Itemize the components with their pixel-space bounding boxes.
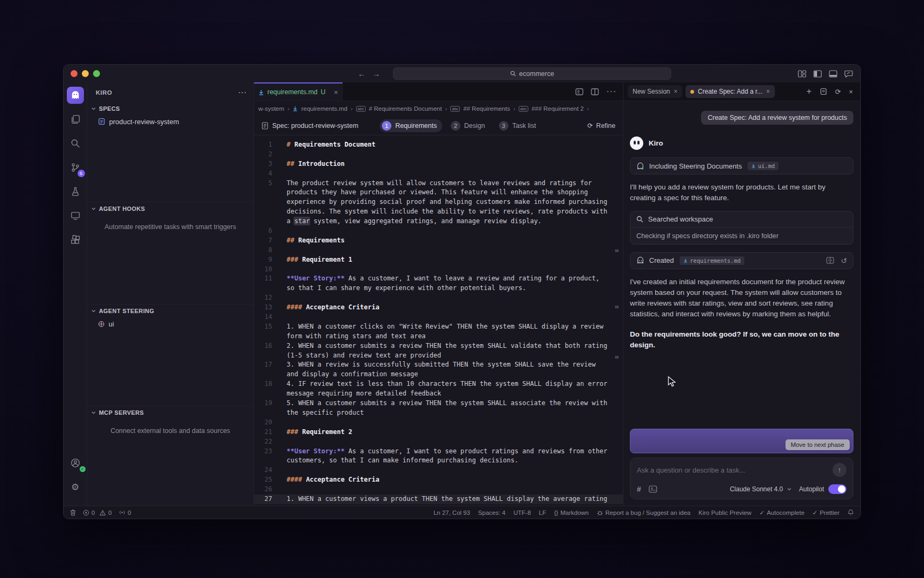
close-tab-icon[interactable]: ×: [334, 88, 338, 96]
kiro-preview-label[interactable]: Kiro Public Preview: [698, 509, 751, 516]
code-line[interactable]: 21### Requirement 2: [254, 428, 623, 437]
code-line[interactable]: 195. WHEN a customer submits a review TH…: [254, 399, 623, 408]
code-line[interactable]: 184. IF review text is less than 10 char…: [254, 379, 623, 389]
code-line[interactable]: so that I can share my experience with o…: [254, 284, 623, 293]
code-line[interactable]: 24: [254, 466, 623, 475]
code-line[interactable]: 11**User Story:** As a customer, I want …: [254, 274, 623, 284]
agent-hooks-section-header[interactable]: AGENT HOOKS: [87, 202, 253, 215]
code-line[interactable]: message requiring more detailed feedback: [254, 389, 623, 399]
remote-targets-icon[interactable]: [67, 207, 84, 224]
close-panel-icon[interactable]: ×: [849, 88, 853, 96]
code-line[interactable]: form with rating stars and text area: [254, 332, 623, 341]
breadcrumb-file[interactable]: requirements.md: [301, 105, 347, 112]
search-view-icon[interactable]: [67, 135, 84, 152]
code-line[interactable]: 6: [254, 226, 623, 236]
history-forward-button[interactable]: →: [372, 69, 380, 78]
tab-create-spec[interactable]: Create Spec: Add a r... ×: [686, 85, 775, 98]
code-line[interactable]: 9### Requirement 1: [254, 255, 623, 265]
trash-icon[interactable]: [70, 509, 76, 516]
agent-steering-section-header[interactable]: AGENT STEERING: [87, 305, 253, 317]
notifications-bell-icon[interactable]: [848, 509, 854, 516]
language-mode[interactable]: {} Markdown: [554, 509, 589, 516]
explorer-icon[interactable]: [67, 111, 84, 128]
indentation[interactable]: Spaces: 4: [478, 509, 505, 516]
agent-hooks-flask-icon[interactable]: [67, 183, 84, 200]
attach-image-icon[interactable]: [649, 485, 657, 493]
code-line[interactable]: 4: [254, 169, 623, 179]
code-line[interactable]: 12: [254, 293, 623, 303]
sidebar-item-ui[interactable]: ui: [87, 317, 253, 330]
breadcrumb-symbol[interactable]: ### Requirement 2: [532, 105, 584, 112]
code-line[interactable]: 1# Requirements Document: [254, 140, 623, 150]
source-control-icon[interactable]: 0 6: [67, 159, 84, 176]
code-line[interactable]: decisions. The system will include the a…: [254, 207, 623, 217]
code-line[interactable]: 3## Introduction: [254, 159, 623, 169]
code-line[interactable]: 13#### Acceptance Criteria: [254, 303, 623, 313]
close-tab-icon[interactable]: ×: [674, 88, 677, 95]
panel-bottom-icon[interactable]: [829, 70, 837, 78]
code-line[interactable]: 8: [254, 246, 623, 255]
code-line[interactable]: the specific product: [254, 408, 623, 418]
code-line[interactable]: 271. WHEN a customer views a product THE…: [254, 495, 623, 504]
specs-section-header[interactable]: SPECS: [87, 102, 253, 115]
code-line[interactable]: 20: [254, 418, 623, 428]
code-line[interactable]: 10: [254, 265, 623, 275]
eol-sequence[interactable]: LF: [539, 509, 546, 516]
extensions-icon[interactable]: [67, 231, 84, 248]
close-window-button[interactable]: [71, 70, 78, 77]
problems-indicator[interactable]: 0 0: [83, 509, 112, 516]
tab-new-session[interactable]: New Session ×: [628, 85, 682, 98]
prettier-status[interactable]: ✓ Prettier: [812, 509, 840, 516]
open-diff-icon[interactable]: [826, 257, 834, 264]
feedback-icon[interactable]: [844, 70, 853, 78]
breadcrumb-root[interactable]: w-system: [258, 105, 284, 112]
close-tab-icon[interactable]: ×: [766, 88, 770, 95]
minimize-window-button[interactable]: [82, 70, 89, 77]
created-file-card[interactable]: Created requirements.md ↺: [630, 252, 853, 269]
code-line[interactable]: experience by providing social proof and…: [254, 197, 623, 207]
created-file-badge[interactable]: requirements.md: [680, 256, 744, 265]
code-line[interactable]: 2: [254, 150, 623, 159]
breadcrumb-symbol[interactable]: ## Requirements: [463, 105, 510, 112]
code-line[interactable]: 26: [254, 485, 623, 495]
new-chat-icon[interactable]: +: [806, 87, 811, 96]
refine-button[interactable]: ⟳ Refine: [587, 121, 615, 130]
code-line[interactable]: products they have purchased or viewed. …: [254, 188, 623, 197]
account-icon[interactable]: ✓: [67, 454, 84, 471]
chevron-down-icon[interactable]: [787, 488, 791, 491]
code-line[interactable]: 5The product review system will allow cu…: [254, 179, 623, 188]
code-line[interactable]: 14: [254, 313, 623, 322]
code-line[interactable]: customers, so that I can make informed p…: [254, 456, 623, 466]
encoding[interactable]: UTF-8: [513, 509, 531, 516]
report-bug-link[interactable]: Report a bug / Suggest an idea: [597, 509, 690, 516]
code-line[interactable]: 162. WHEN a customer submits a review TH…: [254, 341, 623, 351]
code-line[interactable]: 23**User Story:** As a customer, I want …: [254, 447, 623, 457]
tab-requirements-md[interactable]: requirements.md U ×: [254, 82, 343, 101]
code-line[interactable]: 151. WHEN a customer clicks on "Write Re…: [254, 322, 623, 332]
mcp-servers-section-header[interactable]: MCP SERVERS: [87, 406, 253, 419]
step-task-list[interactable]: 3 Task list: [497, 119, 541, 132]
task-list-icon[interactable]: [820, 88, 827, 95]
code-line[interactable]: 22: [254, 437, 623, 447]
step-requirements[interactable]: 1 Requirements: [380, 119, 442, 132]
chat-input[interactable]: [637, 466, 833, 474]
step-design[interactable]: 2 Design: [449, 119, 490, 132]
more-actions-icon[interactable]: ···: [238, 88, 247, 96]
breadcrumb-symbol[interactable]: # Requirements Document: [369, 105, 442, 112]
kiro-ghost-icon[interactable]: [67, 87, 84, 104]
autocomplete-status[interactable]: ✓ Autocomplete: [759, 509, 804, 516]
split-editor-icon[interactable]: [591, 88, 599, 95]
layout-grid-icon[interactable]: [798, 70, 806, 78]
context-hash-icon[interactable]: #: [637, 485, 641, 493]
more-actions-icon[interactable]: ···: [606, 87, 617, 96]
code-line[interactable]: (1-5 stars) and review text are provided: [254, 351, 623, 361]
steering-file-badge[interactable]: ui.md: [748, 162, 779, 170]
autopilot-toggle[interactable]: [828, 484, 846, 494]
history-back-button[interactable]: ←: [358, 69, 366, 78]
searched-workspace-card[interactable]: Searched workspace Checking if specs dir…: [630, 211, 853, 245]
workspace-search-bar[interactable]: ecommerce: [393, 67, 671, 80]
code-line[interactable]: 173. WHEN a review is successfully submi…: [254, 360, 623, 370]
zoom-window-button[interactable]: [93, 70, 100, 77]
cursor-position[interactable]: Ln 27, Col 93: [434, 509, 470, 516]
sidebar-item-product-review-system[interactable]: product-review-system: [87, 115, 253, 128]
